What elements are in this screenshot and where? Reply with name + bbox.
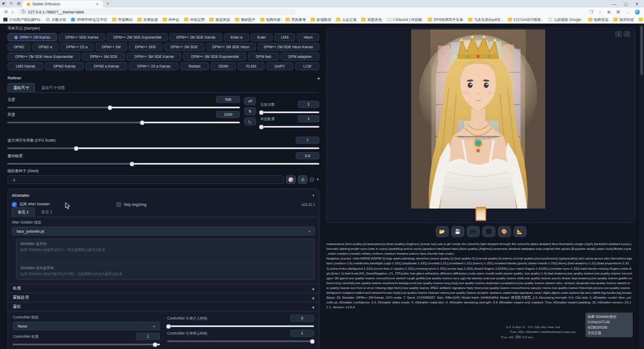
sampler-option-button[interactable]: DPM++ 2M SDE Exponential (107, 33, 168, 41)
workspace-icon[interactable]: ◩ (0, 2, 8, 6)
vertical-tabs-icon[interactable]: ▤ (15, 2, 23, 6)
sampler-option-button[interactable]: DPM++ 2M (96, 43, 127, 51)
sampler-option-button[interactable]: DPM++ SDE (129, 43, 163, 51)
result-action-button[interactable]: 📂 (436, 226, 449, 237)
bookmark-item[interactable]: 人生定海 (336, 17, 356, 23)
more-menu-icon[interactable]: … (626, 10, 630, 14)
bookmark-item[interactable]: 大数水彩 (46, 17, 66, 23)
sampler-option-button[interactable]: DPM2 (8, 43, 31, 51)
controlnet-weight-input[interactable]: 1 (136, 333, 160, 340)
sampler-option-button[interactable]: DPM++ 2S a Karras (129, 62, 179, 70)
bookmark-item[interactable]: 松松软件园 (639, 17, 644, 23)
bookmark-item[interactable]: 视觉资源 (209, 17, 230, 23)
result-action-button[interactable]: 🖼 (482, 226, 495, 237)
sampler-option-button[interactable]: DPM++ 2M SDE Heun Karras (258, 43, 319, 51)
bookmark-item[interactable]: 哔哩哔哩/生活半径 (71, 17, 107, 23)
controlnet-start-slider[interactable] (167, 325, 314, 327)
bookmark-item[interactable]: 飞天实用的pdf文.. (468, 17, 503, 23)
collections-icon[interactable]: ⊞ (608, 10, 611, 14)
bookmark-item[interactable]: 军团天地 (361, 17, 382, 23)
auto-size-ruler-icon[interactable]: ◺ (244, 117, 256, 125)
viewer-tool-icon[interactable]: ⤓ (615, 31, 622, 37)
adetailer-prompt-textarea[interactable]: ADetailer 提示词 如果 ADetailer 的提示词为空，则会使用默认… (17, 239, 314, 255)
home-icon[interactable]: ⌂ (11, 10, 14, 14)
bookmark-item[interactable]: 电商优选 (588, 17, 609, 23)
controlnet-start-input[interactable]: 0 (290, 315, 314, 322)
result-action-button[interactable]: 💾 (451, 226, 464, 237)
height-slider[interactable] (8, 122, 240, 123)
sampler-option-button[interactable]: Restart (180, 62, 209, 70)
bookmark-item[interactable]: 影视数据 (311, 17, 331, 23)
seed-extra-checkbox[interactable] (310, 177, 314, 182)
bookmark-item[interactable]: 电商内参 (260, 17, 281, 23)
refresh-icon[interactable]: ⟳ (4, 10, 8, 14)
refiner-accordion[interactable]: Refiner ◀ (8, 75, 319, 81)
bookmark-item[interactable]: 钉钉Uni设计模板.. (508, 17, 543, 23)
maximize-button[interactable]: ▢ (624, 2, 628, 6)
seed-input[interactable]: -1 (8, 175, 284, 184)
sampler-option-button[interactable]: DPM2 Karras (45, 62, 84, 70)
sampler-option-button[interactable]: DPM adaptive (281, 53, 319, 61)
site-info-icon[interactable]: ⓘ (21, 9, 26, 14)
minimize-button[interactable]: — (612, 2, 617, 6)
bookmark-item[interactable]: 海淘快报 (613, 17, 634, 23)
sampler-option-button[interactable]: DPM fast (248, 53, 279, 61)
sampler-option-button[interactable]: DPM++ 2M SDE Karras (170, 33, 222, 41)
result-action-button[interactable]: 🎨 (498, 226, 511, 237)
skip-img2img-checkbox[interactable] (116, 202, 121, 207)
close-button[interactable]: ✕ (635, 2, 639, 6)
sampler-option-button[interactable]: UniPC (266, 62, 294, 70)
random-seed-dice-icon[interactable]: 🎲 (286, 175, 296, 184)
reuse-seed-recycle-icon[interactable]: ♻ (298, 175, 308, 184)
tab-resize-by[interactable]: 重绘尺寸倍数 (36, 84, 70, 92)
sampler-option-button[interactable]: DPM++ 3M SDE Karras (127, 53, 181, 61)
scale-off-button[interactable]: off (244, 97, 256, 105)
batch-size-input[interactable]: 1 (298, 115, 319, 122)
adetailer-accordion[interactable]: ADetailer ▼ (12, 192, 315, 199)
adetailer-subsection-accordion[interactable]: 检测 ◀ (8, 284, 319, 293)
width-input[interactable]: 936 (216, 96, 240, 103)
bookmark-item[interactable]: 素材图片 (235, 17, 255, 23)
bookmark-item[interactable]: 科创运营 (184, 17, 204, 23)
tab-unit-1[interactable]: 单元 1 (12, 207, 35, 217)
bookmark-item[interactable]: 天翼急速 (137, 17, 158, 23)
sampler-option-button[interactable]: DPM2 a Karras (85, 62, 127, 70)
page-scrollbar[interactable] (639, 24, 644, 349)
controlnet-end-slider[interactable] (167, 340, 314, 342)
sampler-option-button[interactable]: DPM++ 2M SDE Heun Exponential (8, 53, 80, 61)
swap-dimensions-icon[interactable]: ⇅ (244, 107, 256, 115)
extensions-icon[interactable]: ⌘ (616, 10, 620, 14)
bookmark-item[interactable]: 介绍用户喵拍摄PcL (3, 17, 41, 23)
url-field[interactable]: ⓘ 127.0.0.1:7860/?__theme=dark (17, 9, 296, 15)
bookmark-item[interactable]: 1 Discord | 科技圈. (387, 17, 423, 23)
controlnet-end-input[interactable]: 1 (290, 330, 314, 337)
height-input[interactable]: 1240 (216, 111, 240, 118)
new-tab-button[interactable]: + (106, 1, 109, 6)
sampler-option-button[interactable]: Euler (251, 33, 273, 41)
sampler-option-button[interactable]: DPM++ 3M SDE Exponential (183, 53, 246, 61)
sampler-option-button[interactable]: DPM++ 2S a (60, 43, 94, 51)
enable-adetailer-checkbox[interactable]: ✓ (12, 202, 17, 207)
cfg-input[interactable]: 7 (296, 137, 319, 144)
viewer-tool-icon[interactable]: ⤢ (624, 31, 631, 37)
sampler-option-button[interactable]: LCM (295, 62, 319, 70)
sampler-option-button[interactable]: Heun (297, 33, 319, 41)
sampler-option-button[interactable]: PLMS (238, 62, 265, 70)
sampler-option-button[interactable]: DDIM (210, 62, 236, 70)
sampler-option-button[interactable]: DPM++ SDE Karras (58, 33, 105, 41)
bookmark-item[interactable]: 开源网站 (112, 17, 133, 23)
adetailer-negative-textarea[interactable]: ADetailer 反向提示词 如果 ADetailer 的反向提示词为空时，则… (17, 263, 314, 279)
tab-refresh-icon[interactable]: ⟳ (8, 2, 15, 6)
result-action-button[interactable]: 📐 (514, 226, 526, 237)
adetailer-subsection-accordion[interactable]: 重绘 ◀ (8, 302, 319, 311)
tab-resize-to[interactable]: 重绘尺寸 (8, 83, 35, 92)
adetailer-subsection-accordion[interactable]: 蒙版处理 ◀ (8, 293, 319, 302)
browser-profile-avatar[interactable] (635, 10, 640, 14)
bookmark-item[interactable]: 乌苏模板 Google.. (548, 17, 583, 23)
cfg-slider[interactable] (8, 147, 319, 149)
bookmark-item[interactable]: 页面参考 (286, 17, 306, 23)
sampler-option-button[interactable]: DPM++ 2M Karras (8, 33, 57, 41)
sampler-option-button[interactable]: Euler a (224, 33, 249, 41)
generated-image[interactable] (411, 29, 545, 209)
gallery-thumbnail-selected[interactable] (475, 207, 486, 221)
